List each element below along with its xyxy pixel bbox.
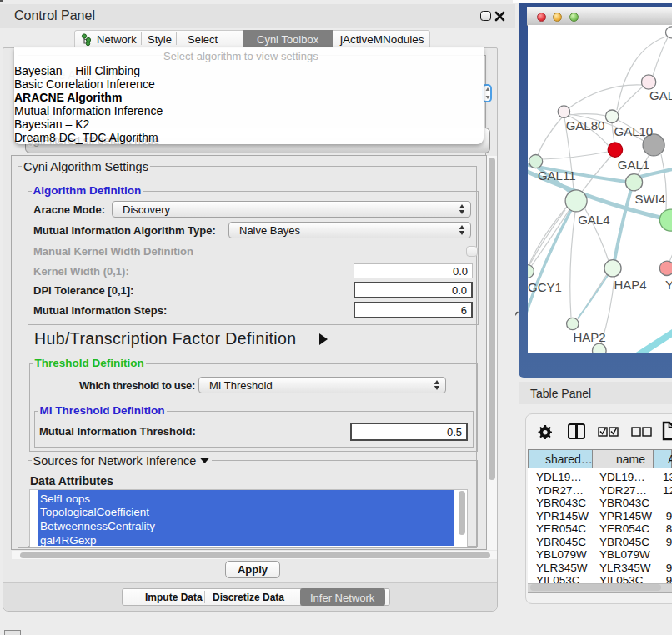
svg-text:GAL7: GAL7	[649, 88, 672, 102]
svg-text:HAP4: HAP4	[614, 278, 647, 292]
svg-text:GAL11: GAL11	[538, 168, 576, 182]
svg-text:GAL10: GAL10	[614, 124, 654, 138]
svg-text:Y: Y	[665, 278, 672, 292]
svg-text:HAP2: HAP2	[573, 330, 605, 344]
svg-text:SWI4: SWI4	[635, 192, 666, 206]
svg-text:GCY1: GCY1	[528, 280, 562, 294]
svg-text:GAL80: GAL80	[566, 118, 605, 132]
svg-text:GAL4: GAL4	[578, 212, 609, 227]
svg-text:GAL1: GAL1	[618, 158, 649, 172]
